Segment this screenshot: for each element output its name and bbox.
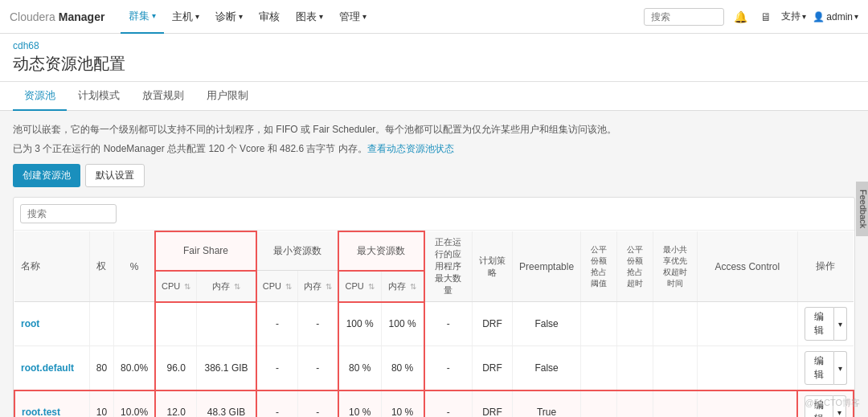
fair-share-mem-root — [197, 302, 256, 346]
chevron-down-icon: ▾ — [854, 12, 858, 21]
running-apps-test: - — [424, 390, 473, 417]
th-fair-share-mem[interactable]: 内存 ⇅ — [197, 271, 256, 302]
chevron-down-icon: ▾ — [802, 12, 806, 21]
weight-pct-test: 10.0% — [114, 390, 156, 417]
min-mem-root: - — [297, 302, 338, 346]
th-weight: 权 — [89, 231, 113, 302]
fair-preempt-timeout-root — [617, 302, 653, 346]
nav-right: 🔔 🖥 支持 ▾ 👤 admin ▾ — [644, 7, 858, 27]
actions-default: 编辑 ▾ — [797, 346, 854, 390]
running-apps-root: - — [424, 302, 473, 346]
tab-resource-pool[interactable]: 资源池 — [13, 82, 67, 111]
max-mem-test: 10 % — [381, 390, 424, 417]
default-settings-button[interactable]: 默认设置 — [85, 164, 145, 187]
max-cpu-default: 80 % — [338, 346, 381, 390]
weight-pct-default: 80.0% — [114, 346, 156, 390]
th-fair-share: Fair Share — [155, 231, 256, 270]
host-icon[interactable]: 🖥 — [757, 7, 775, 27]
th-min-share-preempt: 最小共享优先权超时时间 — [653, 231, 698, 302]
tab-user-limits[interactable]: 用户限制 — [195, 82, 260, 111]
access-control-test — [698, 390, 797, 417]
min-share-preempt-root — [653, 302, 698, 346]
chevron-down-icon: ▾ — [362, 0, 366, 34]
fair-share-mem-test: 48.3 GIB — [197, 390, 256, 417]
actions-root: 编辑 ▾ — [797, 302, 854, 346]
search-input[interactable] — [644, 8, 724, 26]
chevron-down-icon: ▾ — [152, 0, 156, 33]
weight-root — [89, 302, 113, 346]
th-schedule-policy: 计划策略 — [473, 231, 513, 302]
info-bar: 已为 3 个正在运行的 NodeManager 总共配置 120 个 Vcore… — [13, 142, 855, 156]
nav-item-audit[interactable]: 审核 — [251, 0, 288, 34]
max-cpu-test: 10 % — [338, 390, 381, 417]
chevron-down-icon: ▾ — [319, 0, 323, 34]
nav-item-charts[interactable]: 图表 ▾ — [288, 0, 331, 34]
table-search-input[interactable] — [20, 204, 117, 223]
edit-button-default[interactable]: 编辑 — [805, 351, 835, 385]
fair-preempt-timeout-default — [617, 346, 653, 390]
access-control-root — [698, 302, 797, 346]
pool-name-default[interactable]: root.default — [14, 346, 89, 390]
sort-icon[interactable]: ⇅ — [326, 282, 332, 291]
create-pool-button[interactable]: 创建资源池 — [13, 164, 80, 187]
sort-icon[interactable]: ⇅ — [285, 282, 292, 291]
nav-item-cluster[interactable]: 群集 ▾ — [121, 0, 164, 34]
sort-icon[interactable]: ⇅ — [368, 282, 375, 291]
action-bar: 创建资源池 默认设置 — [13, 164, 855, 187]
weight-pct-root — [114, 302, 156, 346]
min-share-preempt-test — [653, 390, 698, 417]
weight-test: 10 — [89, 390, 113, 417]
min-cpu-test: - — [256, 390, 298, 417]
description: 池可以嵌套，它的每一个级别都可以支持不同的计划程序，如 FIFO 或 Fair … — [13, 122, 855, 137]
dropdown-button-root[interactable]: ▾ — [834, 307, 847, 341]
tab-schedule-mode[interactable]: 计划模式 — [67, 82, 131, 111]
tab-placement-rules[interactable]: 放置规则 — [131, 82, 195, 111]
sort-icon[interactable]: ⇅ — [184, 282, 190, 291]
nav-item-admin[interactable]: 管理 ▾ — [331, 0, 375, 34]
th-fair-share-cpu[interactable]: CPU ⇅ — [155, 271, 197, 302]
nav-item-host[interactable]: 主机 ▾ — [164, 0, 207, 34]
pool-name-test[interactable]: root.test — [14, 390, 89, 417]
table-row-highlighted: root.test 10 10.0% 12.0 48.3 GIB - - 10 … — [14, 390, 854, 417]
support-button[interactable]: 支持 ▾ — [781, 10, 806, 23]
access-control-default — [698, 346, 797, 390]
schedule-policy-default: DRF — [473, 346, 513, 390]
resource-pool-table: 名称 权 % Fair Share 最小资源数 最大资源数 正在运行的应用程序最… — [13, 197, 855, 417]
edit-button-root[interactable]: 编辑 — [805, 307, 835, 341]
feedback-tab[interactable]: Feedback — [856, 181, 868, 235]
edit-group: 编辑 ▾ — [805, 307, 848, 341]
user-icon: 👤 — [813, 11, 825, 22]
view-status-link[interactable]: 查看动态资源池状态 — [367, 143, 454, 154]
th-weight-pct: % — [114, 231, 156, 302]
admin-button[interactable]: 👤 admin ▾ — [813, 11, 858, 22]
sort-icon[interactable]: ⇅ — [410, 282, 416, 291]
th-name: 名称 — [14, 231, 89, 302]
sort-icon[interactable]: ⇅ — [234, 282, 240, 291]
pool-table: 名称 权 % Fair Share 最小资源数 最大资源数 正在运行的应用程序最… — [14, 231, 854, 417]
th-min-mem[interactable]: 内存 ⇅ — [297, 271, 338, 302]
th-min-cpu[interactable]: CPU ⇅ — [256, 271, 298, 302]
group-header-row: 名称 权 % Fair Share 最小资源数 最大资源数 正在运行的应用程序最… — [14, 231, 854, 270]
fair-preempt-threshold-test — [581, 390, 617, 417]
th-max-cpu[interactable]: CPU ⇅ — [338, 271, 381, 302]
max-mem-root: 100 % — [381, 302, 424, 346]
chevron-down-icon: ▾ — [239, 0, 243, 34]
bell-icon[interactable]: 🔔 — [731, 7, 751, 27]
fair-share-mem-default: 386.1 GIB — [197, 346, 256, 390]
pool-name-root[interactable]: root — [14, 302, 89, 346]
dropdown-button-default[interactable]: ▾ — [834, 351, 847, 385]
th-max-mem[interactable]: 内存 ⇅ — [381, 271, 424, 302]
logo-cloudera: Cloudera — [10, 10, 55, 23]
fair-share-cpu-root — [155, 302, 197, 346]
fair-preempt-threshold-root — [581, 302, 617, 346]
logo-manager: Manager — [59, 10, 105, 23]
th-access-control: Access Control — [698, 231, 797, 302]
th-actions: 操作 — [797, 231, 854, 302]
th-fair-preempt-threshold: 公平份额抢占阈值 — [581, 231, 617, 302]
nav-item-diagnostics[interactable]: 诊断 ▾ — [207, 0, 251, 34]
fair-preempt-timeout-test — [617, 390, 653, 417]
edit-group: 编辑 ▾ — [805, 351, 848, 385]
breadcrumb[interactable]: cdh68 — [13, 40, 855, 51]
chevron-down-icon: ▾ — [195, 0, 199, 34]
min-share-preempt-default — [653, 346, 698, 390]
